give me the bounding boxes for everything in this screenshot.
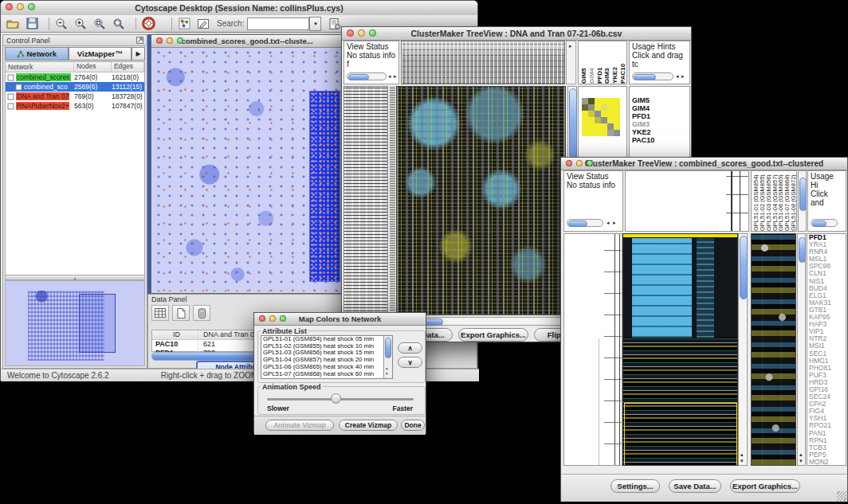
view-status-scrollbar[interactable]	[347, 72, 387, 80]
close-icon[interactable]	[156, 37, 163, 44]
heatmap-canvas[interactable]	[622, 233, 738, 466]
row-dendrogram[interactable]	[344, 86, 388, 315]
usage-hints-scrollbar[interactable]	[632, 72, 673, 80]
birdseye-viewport-rect[interactable]	[79, 294, 116, 353]
scroll-right-icon[interactable]: ▸	[681, 73, 685, 79]
column-label[interactable]: GIM4	[588, 41, 595, 84]
birdseye-view[interactable]	[5, 280, 145, 366]
column-dendrogram[interactable]	[625, 170, 749, 232]
main-titlebar[interactable]: Cytoscape Desktop (Session Name: collins…	[1, 1, 477, 16]
column-label[interactable]: PAC10	[619, 41, 626, 84]
col-id[interactable]: ID	[152, 330, 198, 339]
treeview2-titlebar[interactable]: ClusterMaker TreeView : combined_scores_…	[561, 158, 847, 170]
tab-vizmapper[interactable]: VizMapper™	[69, 47, 132, 61]
column-label[interactable]: YKE2	[611, 41, 618, 84]
column-label[interactable]: GPL51-03 (GSM856)	[765, 171, 771, 231]
usage-hints-scrollbar[interactable]	[811, 219, 838, 227]
gene-label[interactable]: GIM3	[630, 120, 689, 128]
close-icon[interactable]	[566, 160, 572, 166]
settings-button[interactable]: Settings...	[610, 479, 660, 493]
zoom-out-icon[interactable]	[54, 17, 69, 31]
speed-slider-thumb[interactable]	[331, 393, 341, 404]
float-panel-icon[interactable]	[136, 37, 143, 44]
column-label[interactable]: GPL51-07 (GSM868)	[783, 171, 790, 231]
network-row[interactable]: combined_sco 2569(6) 13112(15)	[6, 82, 144, 92]
attribute-item[interactable]: GPL51-07 (GSM868) heat shock 60 min	[261, 371, 392, 378]
network-row[interactable]: RNAPuberNov2+ 563(0) 107847(0)	[6, 101, 144, 111]
scroll-down-icon[interactable]: ▾	[386, 371, 388, 377]
export-graphics-button[interactable]: Export Graphics...	[458, 328, 528, 342]
column-label[interactable]: GPL51-08 (GSM872)	[790, 171, 796, 231]
zoom-fit-icon[interactable]	[112, 17, 126, 31]
column-label[interactable]: GPL51-02 (GSM855)	[759, 171, 765, 231]
minimize-icon[interactable]	[269, 315, 276, 322]
attribute-list-scrollbar[interactable]: ▴ ▾	[383, 336, 392, 378]
new-attribute-icon[interactable]	[172, 305, 190, 321]
gene-label[interactable]: GIM4	[630, 104, 689, 112]
scroll-left-icon[interactable]: ◂	[676, 73, 679, 79]
report-icon[interactable]	[328, 17, 342, 31]
gene-list-scrollbar[interactable]: ▴ ▾	[797, 233, 806, 466]
zoom-window-icon[interactable]	[587, 160, 593, 166]
gene-label[interactable]: YKE2	[630, 128, 689, 136]
annotation-icon[interactable]	[196, 17, 210, 31]
help-lifering-icon[interactable]	[141, 17, 155, 31]
minimize-icon[interactable]	[358, 29, 365, 37]
search-input[interactable]	[247, 18, 309, 30]
gene-label[interactable]: MON2	[807, 459, 846, 466]
minimize-icon[interactable]	[167, 37, 173, 44]
minimize-icon[interactable]	[576, 160, 583, 166]
vizmapper-icon[interactable]	[177, 17, 191, 31]
minimize-icon[interactable]	[17, 3, 24, 10]
column-labels-scrollbar[interactable]	[798, 170, 807, 232]
scroll-left-icon[interactable]: ◂	[388, 73, 391, 79]
column-label[interactable]: GPL51-01 (GSM854)	[752, 171, 759, 231]
close-icon[interactable]	[347, 29, 354, 37]
tab-network[interactable]: Network	[5, 47, 69, 61]
open-file-icon[interactable]	[6, 17, 20, 31]
save-icon[interactable]	[25, 17, 39, 31]
col-network[interactable]: Network	[6, 62, 74, 72]
column-label[interactable]: GIM3	[603, 41, 610, 84]
zoom-window-icon[interactable]	[369, 29, 376, 37]
move-up-button[interactable]: ∧	[398, 342, 422, 354]
network-row[interactable]: combined_scores 2764(0) 16218(0)	[6, 72, 144, 82]
scroll-down-icon[interactable]: ▾	[799, 458, 803, 463]
panel-divider-handle[interactable]: ▴	[5, 275, 145, 280]
scroll-up-icon[interactable]: ▴	[740, 451, 744, 457]
search-dropdown-icon[interactable]: ▾	[309, 17, 321, 31]
similarity-matrix[interactable]	[582, 98, 620, 136]
scroll-down-icon[interactable]: ▾	[740, 458, 744, 463]
heatmap-canvas[interactable]	[396, 86, 566, 315]
row-dendrogram[interactable]	[563, 233, 622, 466]
scroll-left-icon[interactable]: ◂	[607, 220, 610, 225]
dialog-titlebar[interactable]: Map Colors to Network	[254, 313, 426, 326]
network-view-titlebar[interactable]: combined_scores_good.txt--cluste...	[151, 35, 343, 48]
col-nodes[interactable]: Nodes	[74, 62, 112, 72]
scroll-right-icon[interactable]: ▸	[613, 220, 616, 225]
select-attributes-icon[interactable]	[151, 305, 169, 321]
done-button[interactable]: Done	[401, 420, 425, 431]
close-icon[interactable]	[6, 3, 13, 10]
gene-label[interactable]: PFD1	[630, 112, 689, 120]
scroll-up-icon[interactable]: ▴	[386, 365, 388, 371]
scroll-right-icon[interactable]: ▸	[569, 43, 572, 49]
animate-vizmap-button[interactable]: Animate Vizmap	[265, 420, 334, 431]
close-icon[interactable]	[259, 315, 265, 322]
zoom-in-icon[interactable]	[73, 17, 88, 31]
tabs-overflow-icon[interactable]: ▶	[132, 47, 145, 61]
column-scroll-strip[interactable]: ▸	[566, 41, 576, 84]
zoom-window-icon[interactable]	[177, 37, 183, 44]
zoom-window-icon[interactable]	[280, 315, 286, 322]
view-status-scrollbar[interactable]	[567, 219, 603, 227]
scroll-right-icon[interactable]: ▸	[394, 73, 397, 79]
column-label[interactable]: PFD1	[596, 41, 603, 84]
scroll-up-icon[interactable]: ▴	[799, 451, 803, 457]
column-label[interactable]: GIM5	[580, 41, 587, 84]
zoom-window-icon[interactable]	[28, 3, 35, 10]
export-graphics-button[interactable]: Export Graphics...	[730, 479, 800, 493]
create-vizmap-button[interactable]: Create Vizmap	[339, 420, 398, 431]
delete-attribute-icon[interactable]	[193, 305, 210, 321]
col-edges[interactable]: Edges	[112, 62, 144, 72]
column-dendrogram[interactable]	[401, 41, 565, 84]
